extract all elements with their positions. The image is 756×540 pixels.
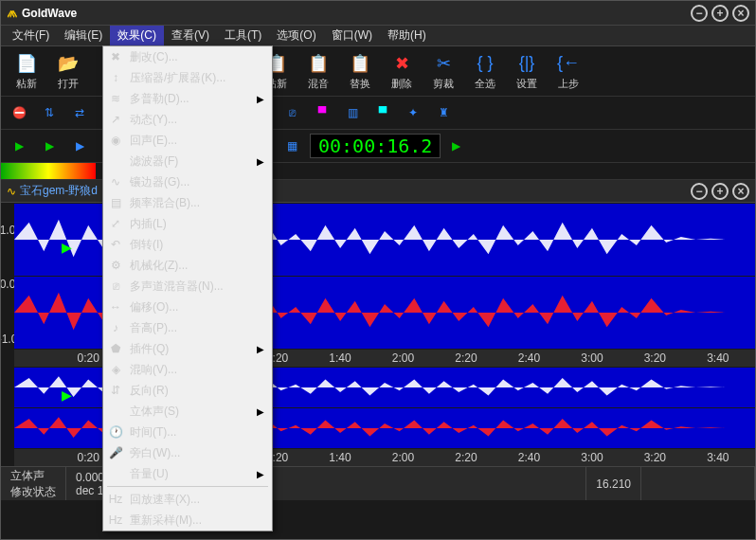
submenu-arrow-icon: ▶ — [257, 156, 264, 167]
spectrum-icon: ▀ — [318, 106, 327, 119]
close-button[interactable]: × — [732, 5, 749, 22]
effect-pitch[interactable]: ♪音高(P)... — [103, 317, 272, 338]
arrows-v-icon: ⇅ — [45, 106, 54, 119]
star-button[interactable]: ✦ — [401, 100, 425, 125]
grid-button[interactable]: ▦ — [279, 134, 304, 158]
mix-button[interactable]: 📋混音 — [298, 50, 338, 92]
set-button[interactable]: {|}设置 — [507, 50, 547, 92]
stop2-button[interactable]: ⛔ — [7, 100, 31, 125]
spectrum-button[interactable]: ▀ — [310, 100, 334, 125]
voiceover-icon: 🎤 — [107, 445, 124, 460]
arrows-v-button[interactable]: ⇅ — [37, 100, 62, 125]
effect-compressor[interactable]: ↕压缩器/扩展器(K)... — [103, 67, 272, 88]
resample-icon: Hz — [107, 513, 124, 528]
effect-invert[interactable]: ⇵反向(R) — [103, 380, 272, 401]
delete-button[interactable]: ✖删除 — [382, 50, 422, 92]
effect-time[interactable]: 🕐时间(T)... — [103, 422, 272, 442]
delete-icon: ✖ — [390, 52, 413, 75]
new-icon: 📄 — [15, 52, 38, 75]
effect-freqblend[interactable]: ▤频率混合(B)... — [103, 192, 272, 213]
play3-button[interactable]: ▶ — [67, 134, 92, 158]
doc-maximize-button[interactable]: + — [711, 183, 729, 200]
effect-resample[interactable]: Hz重新采样(M)... — [103, 510, 272, 531]
bars-icon: ▥ — [348, 106, 358, 119]
menu-工具[interactable]: 工具(T) — [217, 26, 269, 45]
replace-button[interactable]: 📋替换 — [340, 50, 380, 92]
effect-delete[interactable]: ✖删改(C)... — [103, 46, 272, 67]
effect-echo[interactable]: ◉回声(E)... — [103, 130, 272, 151]
stop2-icon: ⛔ — [12, 106, 27, 119]
effect-reverb[interactable]: ◈混响(V)... — [103, 359, 272, 380]
effect-flanger[interactable]: ∿镶边器(G)... — [103, 171, 272, 192]
menu-文件[interactable]: 文件(F) — [5, 26, 57, 45]
selall-button[interactable]: { }全选 — [465, 50, 505, 92]
maximize-button[interactable]: + — [711, 5, 729, 22]
ruler-mark: 2:20 — [455, 351, 477, 365]
arrows-h-icon: ⇄ — [75, 106, 84, 119]
effect-playback-rate[interactable]: Hz回放速率(X)... — [103, 489, 272, 510]
effect-volume[interactable]: 音量(U)▶ — [103, 463, 272, 484]
menu-窗口[interactable]: 窗口(W) — [324, 26, 380, 45]
interpolate-icon: ⤢ — [107, 216, 124, 231]
menu-效果[interactable]: 效果(C) — [110, 26, 164, 45]
mix-icon: 📋 — [307, 52, 330, 75]
status-position: 16.210 — [586, 467, 641, 500]
status-channels: 立体声修改状态 — [1, 467, 66, 500]
submenu-arrow-icon: ▶ — [257, 344, 264, 354]
tower-icon: ♜ — [439, 106, 449, 119]
volume-icon — [107, 466, 124, 481]
menu-帮助[interactable]: 帮助(H) — [380, 26, 434, 45]
effect-doppler[interactable]: ≋多普勒(D)...▶ — [103, 88, 272, 109]
effect-filter[interactable]: 滤波器(F)▶ — [103, 151, 272, 171]
bars-button[interactable]: ▥ — [340, 100, 365, 125]
amplitude-gutter-overview — [1, 367, 14, 466]
rainbow-button[interactable]: ▀ — [370, 100, 395, 125]
level-meter-fill — [1, 163, 96, 179]
delete-icon: ✖ — [107, 49, 124, 64]
trim-button[interactable]: ✂剪裁 — [423, 50, 463, 92]
effect-stereo[interactable]: 立体声(S)▶ — [103, 401, 272, 422]
ruler-mark: 2:00 — [392, 451, 414, 464]
new-button[interactable]: 📄粘新 — [7, 50, 46, 92]
open-button[interactable]: 📂打开 — [48, 50, 88, 92]
effect-multichannel[interactable]: ⎚多声道混音器(N)... — [103, 276, 272, 297]
ruler-mark: 0:20 — [77, 351, 99, 365]
minimize-button[interactable]: − — [691, 5, 708, 22]
doppler-icon: ≋ — [107, 91, 124, 106]
prev-button[interactable]: {←上步 — [549, 50, 588, 92]
sliders-button[interactable]: ⎚ — [279, 100, 304, 125]
effect-reverse[interactable]: ↶倒转(I) — [103, 234, 272, 255]
effects-menu-dropdown: ✖删改(C)...↕压缩器/扩展器(K)...≋多普勒(D)...▶↗动态(Y)… — [102, 45, 273, 531]
menu-查看[interactable]: 查看(V) — [164, 26, 217, 45]
submenu-arrow-icon: ▶ — [257, 94, 264, 104]
doc-close-button[interactable]: × — [732, 183, 749, 200]
replace-icon: 📋 — [349, 52, 371, 75]
menu-编辑[interactable]: 编辑(E) — [57, 26, 110, 45]
reverse-icon: ↶ — [107, 237, 124, 252]
effect-voiceover[interactable]: 🎤旁白(W)... — [103, 442, 272, 463]
submenu-arrow-icon: ▶ — [257, 469, 264, 479]
tower-button[interactable]: ♜ — [431, 100, 456, 125]
ruler-mark: 2:40 — [518, 351, 540, 365]
play2-icon: ▶ — [45, 139, 54, 153]
play-button[interactable]: ▶ — [7, 134, 31, 158]
time-icon: 🕐 — [107, 424, 124, 440]
offset-icon: ↔ — [107, 299, 124, 315]
filter-icon — [107, 153, 124, 169]
effect-mechanize[interactable]: ⚙机械化(Z)... — [103, 255, 272, 276]
status-spare — [641, 467, 755, 500]
play-icon: ▶ — [15, 139, 24, 153]
app-logo-icon: ⩕ — [7, 7, 18, 20]
arrows-h-button[interactable]: ⇄ — [67, 100, 92, 125]
ruler-mark: 2:20 — [455, 451, 477, 464]
effect-dynamic[interactable]: ↗动态(Y)... — [103, 109, 272, 130]
play2-button[interactable]: ▶ — [37, 134, 62, 158]
doc-minimize-button[interactable]: − — [691, 183, 708, 200]
ruler-mark: 3:00 — [581, 451, 603, 464]
effect-offset[interactable]: ↔偏移(O)... — [103, 297, 272, 317]
ruler-mark: 3:20 — [644, 351, 666, 365]
rainbow-icon: ▀ — [379, 106, 387, 119]
menu-选项[interactable]: 选项(O) — [269, 26, 323, 45]
multichannel-icon: ⎚ — [107, 279, 124, 294]
effect-interpolate[interactable]: ⤢内插(L) — [103, 213, 272, 234]
